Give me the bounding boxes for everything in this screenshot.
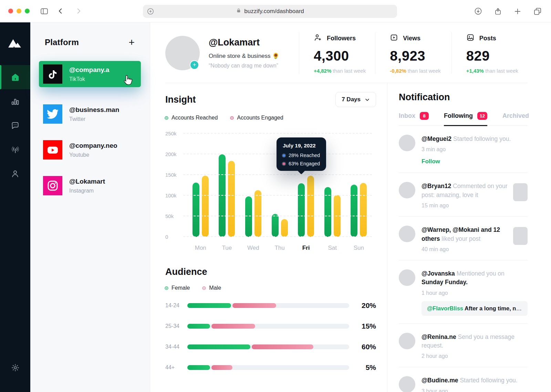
notification-item[interactable]: @Renina.ne Send you a message request.2 … <box>399 324 528 368</box>
bar-group-sun[interactable] <box>345 134 372 237</box>
platform-network: Instagram <box>69 188 105 194</box>
add-platform-button[interactable]: + <box>128 39 135 46</box>
engaged-dot-icon <box>283 163 285 165</box>
reached-bar[interactable] <box>324 187 331 237</box>
engaged-bar[interactable] <box>307 176 314 237</box>
notification-item[interactable]: @Jovanska Mentioned you on Sunday Funday… <box>399 260 528 324</box>
add-story-button[interactable]: + <box>190 60 199 70</box>
insight-chart: July 19, 2022 28% Reached 63% Engaged 05… <box>165 129 376 251</box>
male-segment <box>211 324 255 329</box>
reached-bar[interactable] <box>298 183 305 237</box>
url-text: buzzify.com/dashboard <box>244 8 304 15</box>
posts-delta: +1,43%than last week <box>466 68 528 74</box>
y-tick-label: 0 <box>165 234 168 240</box>
reached-bar[interactable] <box>272 214 279 237</box>
legend-item: Accounts Reached <box>165 115 218 121</box>
lock-icon <box>236 8 241 15</box>
notification-item[interactable]: @Bryan12 Commented on your post: amazing… <box>399 173 528 217</box>
date-range-dropdown[interactable]: 7 Days <box>335 92 376 107</box>
new-tab-icon[interactable] <box>513 7 522 16</box>
audience-percent: 60% <box>349 343 376 351</box>
platform-item-tiktok[interactable]: @company.aTikTok <box>39 61 141 87</box>
engaged-bar[interactable] <box>254 190 261 237</box>
engaged-bar[interactable] <box>281 219 288 237</box>
x-tick-label: Sun <box>345 245 372 251</box>
notification-text: @Budine.me Started following you. <box>422 376 528 385</box>
followers-delta: +4,82%than last week <box>314 68 375 74</box>
address-bar[interactable]: buzzify.com/dashboard <box>143 5 397 18</box>
post-thumbnail <box>513 227 528 245</box>
quoted-comment[interactable]: @FlavorBliss After a long time, now is t… <box>422 301 528 316</box>
rail-item-analytics[interactable] <box>0 89 30 113</box>
notification-time: 3 min ago <box>422 146 528 153</box>
reached-bar[interactable] <box>193 183 199 237</box>
platform-item-youtube[interactable]: @company.neoYoutube <box>39 137 141 163</box>
audience-percent: 20% <box>349 301 376 310</box>
user-icon <box>11 169 20 178</box>
audience-section: Audience FemaleMale 14-2420%25-3415%34-4… <box>165 267 376 372</box>
notification-item[interactable]: @Budine.me Started following you.3 hour … <box>399 367 528 392</box>
reached-bar[interactable] <box>245 196 252 237</box>
sidebar-toggle-icon[interactable] <box>40 7 49 16</box>
notification-item[interactable]: @Warnep, @Mokani and 12 others liked you… <box>399 217 528 260</box>
stat-views: Views 8,923 -0,82%than last week <box>375 32 451 74</box>
audience-row: 14-2420% <box>165 301 376 310</box>
posts-value: 829 <box>466 48 528 64</box>
tab-archived[interactable]: Archived <box>502 112 529 126</box>
x-tick-label: Thu <box>267 245 293 251</box>
platform-item-instagram[interactable]: @LokamartInstagram <box>39 173 141 199</box>
settings-gear-icon[interactable] <box>0 363 30 372</box>
platform-network: TikTok <box>69 76 109 82</box>
follow-button[interactable]: Follow <box>422 158 440 165</box>
chevron-down-icon <box>365 97 370 102</box>
rail-item-messages[interactable] <box>0 113 30 137</box>
male-segment <box>211 365 232 370</box>
x-tick-label: Sat <box>319 245 346 251</box>
downloads-icon[interactable] <box>474 7 482 16</box>
tab-inbox[interactable]: Inbox8 <box>399 112 429 126</box>
reached-bar[interactable] <box>351 185 357 237</box>
engaged-bar[interactable] <box>360 183 367 237</box>
followers-value: 4,300 <box>314 48 375 64</box>
bar-chart-icon <box>11 97 20 106</box>
chart-x-axis: MonTueWedThuFriSatSun <box>187 245 372 251</box>
views-icon <box>390 33 398 43</box>
profile-bio: Online store & business 🌻 <box>209 52 299 60</box>
engaged-bar[interactable] <box>202 176 209 237</box>
window-controls <box>8 9 30 13</box>
avatar <box>399 226 415 242</box>
platform-item-twitter[interactable]: @business.manTwitter <box>39 101 141 127</box>
y-tick-label: 50k <box>165 213 174 219</box>
x-tick-label: Tue <box>214 245 240 251</box>
views-value: 8,923 <box>390 48 451 64</box>
notification-tabs: Inbox8Following12Archived <box>399 112 528 126</box>
minimize-window-button[interactable] <box>17 9 21 13</box>
audience-legend: FemaleMale <box>165 285 376 291</box>
tooltip-date: July 19, 2022 <box>283 143 320 149</box>
bar-group-wed[interactable] <box>240 134 267 237</box>
bar-group-tue[interactable] <box>214 134 240 237</box>
rail-item-profile[interactable] <box>0 162 30 186</box>
bar-group-mon[interactable] <box>187 134 214 237</box>
audience-percent: 5% <box>349 363 376 372</box>
browser-toolbar: buzzify.com/dashboard <box>0 0 551 22</box>
tab-count-badge: 8 <box>420 112 429 120</box>
reached-bar[interactable] <box>219 154 226 237</box>
share-icon[interactable] <box>494 7 502 16</box>
twitter-icon <box>43 104 62 124</box>
page-settings-icon[interactable] <box>146 7 155 16</box>
notification-item[interactable]: @Meguei2 Started following you.3 min ago… <box>399 126 528 173</box>
rail-item-home[interactable] <box>0 65 30 89</box>
tab-following[interactable]: Following12 <box>444 112 487 126</box>
male-segment <box>232 303 276 308</box>
forward-button[interactable] <box>75 7 82 15</box>
engaged-bar[interactable] <box>228 161 235 237</box>
x-tick-label: Mon <box>187 245 214 251</box>
back-button[interactable] <box>57 7 64 15</box>
tab-overview-icon[interactable] <box>533 7 542 16</box>
zoom-window-button[interactable] <box>25 9 30 13</box>
audience-bar <box>187 303 349 308</box>
close-window-button[interactable] <box>8 9 13 13</box>
rail-item-broadcast[interactable] <box>0 137 30 162</box>
post-thumbnail <box>513 183 528 201</box>
